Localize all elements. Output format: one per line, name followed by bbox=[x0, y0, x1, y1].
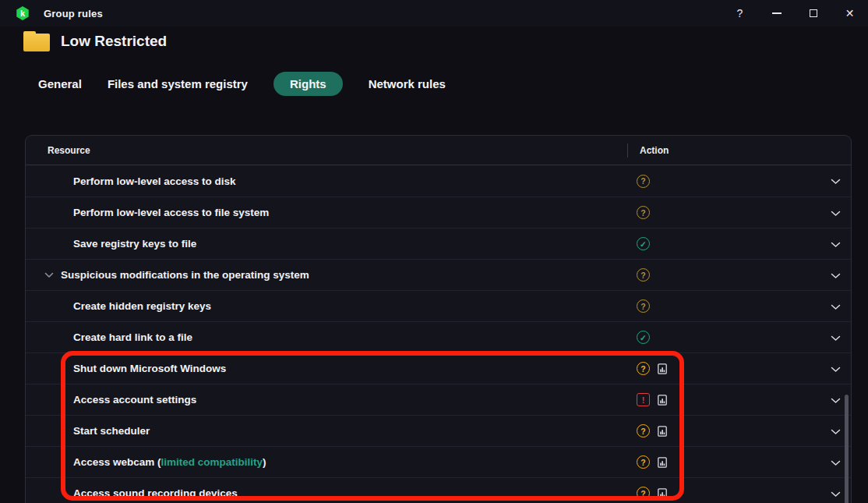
tab-bar: General Files and system registry Rights… bbox=[38, 72, 446, 96]
tab-files-and-system-registry[interactable]: Files and system registry bbox=[108, 72, 248, 96]
table-row[interactable]: Access webcam (limited compatibility) ? bbox=[26, 446, 851, 477]
row-label: Shut down Microsoft Windows bbox=[73, 363, 226, 374]
statistics-chart-icon[interactable] bbox=[656, 456, 669, 469]
row-label-suffix: ) bbox=[263, 456, 266, 468]
table-row[interactable]: Access account settings ! bbox=[26, 384, 851, 415]
page-title: Low Restricted bbox=[61, 33, 167, 50]
tab-label: Files and system registry bbox=[108, 77, 248, 90]
table-row[interactable]: Start scheduler ? bbox=[26, 415, 851, 446]
table-header: Resource Action bbox=[26, 136, 851, 165]
action-status-icon[interactable]: ? bbox=[637, 362, 650, 375]
row-label: Start scheduler bbox=[73, 425, 150, 437]
resource-cell: Perform low-level access to disk bbox=[26, 175, 627, 187]
statistics-chart-icon[interactable] bbox=[656, 394, 669, 406]
tab-label: Network rules bbox=[369, 77, 446, 90]
table-body: Perform low-level access to disk ? Perfo… bbox=[26, 165, 851, 503]
maximize-icon bbox=[810, 9, 817, 17]
row-label: Save registry keys to file bbox=[73, 238, 196, 250]
statistics-chart-icon[interactable] bbox=[656, 487, 669, 500]
row-label: Create hard link to a file bbox=[73, 331, 192, 343]
chevron-down-icon[interactable] bbox=[831, 455, 841, 469]
expand-chevron-icon[interactable] bbox=[44, 272, 54, 278]
action-cell: ✓ bbox=[627, 237, 851, 250]
action-status-icon[interactable]: ? bbox=[637, 206, 650, 219]
resource-cell: Suspicious modifications in the operatin… bbox=[26, 269, 627, 281]
action-status-icon[interactable]: ? bbox=[637, 487, 650, 500]
chevron-down-icon[interactable] bbox=[831, 268, 841, 282]
window-title: Group rules bbox=[44, 8, 103, 19]
action-cell: ? bbox=[627, 455, 851, 469]
table-row[interactable]: Perform low-level access to file system … bbox=[26, 197, 851, 228]
resource-cell: Access sound recording devices bbox=[26, 487, 627, 499]
resource-cell: Access webcam (limited compatibility) bbox=[26, 456, 627, 468]
table-row[interactable]: Perform low-level access to disk ? bbox=[26, 165, 851, 197]
row-label: Suspicious modifications in the operatin… bbox=[61, 269, 309, 281]
action-status-icon[interactable]: ? bbox=[637, 299, 650, 313]
action-cell: ? bbox=[627, 206, 851, 219]
table-row[interactable]: Access sound recording devices ? bbox=[26, 477, 851, 503]
resource-cell: Save registry keys to file bbox=[26, 238, 627, 250]
table-row[interactable]: Shut down Microsoft Windows ? bbox=[26, 352, 851, 384]
folder-icon bbox=[23, 31, 50, 51]
action-status-icon[interactable]: ! bbox=[637, 393, 650, 406]
tab-label: General bbox=[38, 77, 82, 90]
statistics-chart-icon[interactable] bbox=[656, 425, 669, 437]
action-status-icon[interactable]: ? bbox=[637, 268, 650, 282]
minimize-icon bbox=[772, 12, 782, 14]
resource-cell: Shut down Microsoft Windows bbox=[26, 363, 627, 374]
title-bar: k Group rules ? ✕ bbox=[0, 0, 868, 27]
action-cell: ? bbox=[627, 299, 851, 313]
action-status-icon[interactable]: ? bbox=[637, 455, 650, 469]
action-cell: ? bbox=[627, 424, 851, 437]
chevron-down-icon[interactable] bbox=[831, 362, 841, 376]
row-label: Access account settings bbox=[73, 394, 196, 406]
column-separator bbox=[627, 143, 628, 158]
tab-rights[interactable]: Rights bbox=[273, 72, 343, 96]
chevron-down-icon[interactable] bbox=[831, 237, 841, 251]
minimize-button[interactable] bbox=[758, 0, 795, 27]
chevron-down-icon[interactable] bbox=[831, 299, 841, 313]
action-status-icon[interactable]: ? bbox=[637, 175, 650, 188]
row-label: Perform low-level access to disk bbox=[73, 175, 236, 187]
chevron-down-icon[interactable] bbox=[831, 206, 841, 220]
table-row[interactable]: Suspicious modifications in the operatin… bbox=[26, 259, 851, 290]
action-cell: ? bbox=[627, 362, 851, 375]
action-status-icon[interactable]: ✓ bbox=[637, 237, 650, 250]
row-label-accent: limited compatibility bbox=[161, 456, 263, 468]
action-cell: ? bbox=[627, 268, 851, 282]
action-cell: ? bbox=[627, 487, 851, 500]
page-header: Low Restricted bbox=[23, 31, 167, 51]
maximize-button[interactable] bbox=[795, 0, 831, 27]
row-label: Create hidden registry keys bbox=[73, 300, 211, 312]
chevron-down-icon[interactable] bbox=[831, 487, 841, 501]
tab-general[interactable]: General bbox=[38, 72, 82, 96]
table-row[interactable]: Save registry keys to file ✓ bbox=[26, 228, 851, 259]
resource-cell: Create hard link to a file bbox=[26, 331, 627, 343]
action-status-icon[interactable]: ✓ bbox=[637, 331, 650, 344]
rights-table: Resource Action Perform low-level access… bbox=[25, 135, 852, 503]
row-label: Access sound recording devices bbox=[73, 487, 238, 499]
resource-cell: Create hidden registry keys bbox=[26, 300, 627, 312]
chevron-down-icon[interactable] bbox=[831, 393, 841, 407]
action-cell: ✓ bbox=[627, 331, 851, 344]
statistics-chart-icon[interactable] bbox=[656, 363, 669, 375]
column-header-action: Action bbox=[627, 145, 851, 156]
window-controls: ? ✕ bbox=[722, 0, 868, 27]
help-button[interactable]: ? bbox=[722, 0, 758, 27]
resource-cell: Start scheduler bbox=[26, 425, 627, 437]
row-label: Access webcam ( bbox=[73, 456, 161, 468]
close-button[interactable]: ✕ bbox=[831, 0, 868, 27]
resource-cell: Perform low-level access to file system bbox=[26, 207, 627, 218]
table-row[interactable]: Create hard link to a file ✓ bbox=[26, 321, 851, 352]
chevron-down-icon[interactable] bbox=[831, 424, 841, 438]
chevron-down-icon[interactable] bbox=[831, 331, 841, 345]
chevron-down-icon[interactable] bbox=[831, 174, 841, 188]
tab-label: Rights bbox=[290, 77, 326, 90]
kaspersky-logo-icon: k bbox=[16, 6, 30, 20]
tab-network-rules[interactable]: Network rules bbox=[369, 72, 446, 96]
vertical-scrollbar-thumb[interactable] bbox=[845, 395, 849, 503]
action-status-icon[interactable]: ? bbox=[637, 424, 650, 437]
table-row[interactable]: Create hidden registry keys ? bbox=[26, 290, 851, 321]
column-header-resource: Resource bbox=[26, 145, 627, 156]
action-cell: ! bbox=[627, 393, 851, 406]
